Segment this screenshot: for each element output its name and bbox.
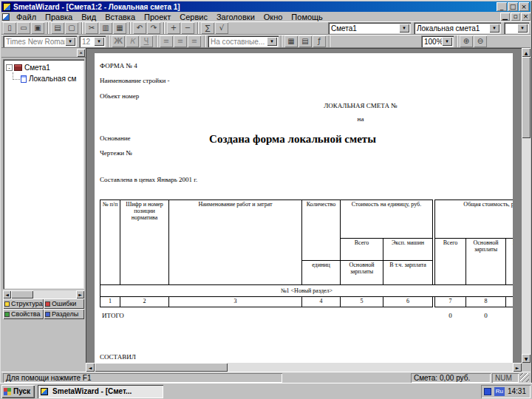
scrollbar-thumb[interactable] (11, 290, 33, 299)
tab-errors[interactable]: Ошибки (44, 299, 84, 309)
formula-icon[interactable]: ƒ (313, 35, 326, 47)
scroll-left-icon[interactable]: ◄ (3, 290, 11, 299)
bold-icon[interactable]: Ж (112, 35, 125, 47)
totals-value: 0 (434, 312, 466, 319)
close-button[interactable]: × (519, 2, 529, 11)
scroll-down-icon[interactable]: ▼ (522, 354, 531, 363)
toolbar-separator (281, 35, 282, 47)
col-number: 2 (120, 296, 169, 307)
section-row[interactable]: №1 <Новый раздел> (100, 284, 513, 297)
font-size-combo[interactable]: 12 ▼ (79, 35, 106, 47)
chevron-down-icon[interactable]: ▼ (65, 37, 75, 46)
extra-combo[interactable]: ▼ (504, 22, 529, 34)
estimate-page[interactable]: ФОРМА № 4 Наименование стройки - Объект … (95, 53, 513, 363)
paste-icon[interactable]: ▦ (113, 22, 126, 34)
menu-project[interactable]: Проект (140, 13, 175, 21)
add-row-icon[interactable]: + (167, 22, 180, 34)
check-icon[interactable]: √ (215, 22, 228, 34)
align-right-icon[interactable]: ≡ (188, 35, 201, 47)
form-number-label: ФОРМА № 4 (100, 62, 137, 69)
scroll-right-icon[interactable]: ► (513, 363, 522, 372)
align-left-icon[interactable]: ≡ (160, 35, 173, 47)
redo-icon[interactable]: ↷ (147, 22, 160, 34)
local-estimate-title: ЛОКАЛЬНАЯ СМЕТА № (272, 102, 449, 109)
mode-combo[interactable]: На составные... ▼ (208, 35, 279, 47)
panel-close-icon[interactable]: × (77, 49, 85, 57)
scroll-left-icon[interactable]: ◄ (86, 363, 95, 372)
col-number: 1 (100, 296, 120, 307)
col-header-name: Наименование работ и затрат (168, 200, 302, 285)
construction-label: Наименование стройки - (100, 77, 170, 84)
col-header-base-wage: Основной зарплаты (340, 260, 383, 285)
menu-bar: Файл Правка Вид Вставка Проект Сервис За… (1, 12, 531, 21)
chevron-down-icon[interactable]: ▼ (267, 37, 277, 46)
cut-icon[interactable]: ✂ (85, 22, 98, 34)
new-icon[interactable]: ▯ (3, 22, 16, 34)
mdi-close-button[interactable]: × (521, 13, 531, 21)
zoom-in-icon[interactable]: ⊕ (460, 35, 473, 47)
tab-properties[interactable]: Свойства (3, 309, 44, 319)
window-title: SmetaWizard - [Смета1:2 - Локальная смет… (13, 3, 496, 11)
align-center-icon[interactable]: ≡ (174, 35, 187, 47)
menu-file[interactable]: Файл (12, 13, 41, 21)
document-combo[interactable]: Локальная смета1 ▼ (414, 22, 501, 34)
menu-insert[interactable]: Вставка (100, 13, 140, 21)
start-button[interactable]: Пуск (1, 385, 35, 398)
resize-grip[interactable] (520, 373, 529, 382)
taskbar-task-smetawizard[interactable]: SmetaWizard - [Смет... (38, 385, 163, 398)
undo-icon[interactable]: ↶ (133, 22, 146, 34)
minimize-button[interactable]: _ (497, 2, 507, 11)
zoom-combo[interactable]: 100% ▼ (421, 35, 454, 47)
language-indicator[interactable]: Ru (494, 387, 505, 396)
italic-icon[interactable]: К (126, 35, 139, 47)
tree-item-local-estimate[interactable]: Локальная см (10, 73, 83, 84)
maximize-button[interactable]: □ (508, 2, 518, 11)
table-icon[interactable]: ▦ (284, 35, 298, 47)
zoom-out-icon[interactable]: ⊖ (474, 35, 487, 47)
tree-horizontal-scrollbar[interactable]: ◄ ► (3, 290, 84, 299)
menu-service[interactable]: Сервис (175, 13, 212, 21)
copy-icon[interactable]: ▥ (99, 22, 112, 34)
properties-icon (4, 312, 10, 317)
document-window-icon[interactable] (2, 13, 10, 21)
save-icon[interactable]: ▣ (31, 22, 44, 34)
tray-app-icon[interactable] (484, 388, 491, 395)
menu-edit[interactable]: Правка (41, 13, 77, 21)
tab-structure[interactable]: Структура (3, 299, 44, 309)
mdi-minimize-button[interactable]: ▁ (500, 13, 510, 21)
scrollbar-thumb[interactable] (95, 363, 228, 372)
col-number: 8 (466, 296, 506, 307)
scroll-right-icon[interactable]: ► (76, 290, 84, 299)
menu-view[interactable]: Вид (77, 13, 100, 21)
chevron-down-icon[interactable]: ▼ (399, 24, 409, 33)
tab-sections[interactable]: Разделы (44, 309, 84, 319)
col-header-t-mach: Экспл. маш. (505, 238, 513, 285)
mdi-restore-button[interactable]: ▫ (511, 13, 520, 21)
chevron-down-icon[interactable]: ▼ (489, 24, 499, 33)
col-header-t-wage: Основной зарплаты (466, 238, 506, 285)
vertical-scrollbar[interactable]: ▲ ▼ (522, 48, 531, 363)
menu-window[interactable]: Окно (259, 13, 287, 21)
print-icon[interactable]: ▤ (51, 22, 64, 34)
calculate-icon[interactable]: ∑ (201, 22, 214, 34)
delete-row-icon[interactable]: − (181, 22, 194, 34)
tree-collapse-icon[interactable]: - (6, 64, 13, 71)
font-combo[interactable]: Times New Roman ▼ (3, 35, 77, 47)
clock[interactable]: 14:31 (508, 387, 526, 395)
print-preview-icon[interactable]: ▢ (65, 22, 78, 34)
scrollbar-thumb[interactable] (522, 57, 531, 138)
chevron-down-icon[interactable]: ▼ (517, 24, 528, 33)
horizontal-scrollbar[interactable]: ◄ ► (86, 363, 522, 372)
chevron-down-icon[interactable]: ▼ (94, 37, 104, 46)
panel-tabs-bottom: Свойства Разделы (3, 309, 84, 319)
menu-help[interactable]: Помощь (287, 13, 327, 21)
toolbar-separator (163, 22, 165, 34)
underline-icon[interactable]: Ч (140, 35, 153, 47)
col-header-incl-wage: В т.ч. зарплата (383, 260, 433, 285)
menu-headers[interactable]: Заголовки (212, 13, 259, 21)
chevron-down-icon[interactable]: ▼ (442, 37, 452, 46)
scroll-up-icon[interactable]: ▲ (522, 48, 531, 57)
estimate-combo[interactable]: Смета1 ▼ (328, 22, 411, 34)
open-icon[interactable]: ▭ (17, 22, 30, 34)
grid-icon[interactable]: ▤ (299, 35, 312, 47)
